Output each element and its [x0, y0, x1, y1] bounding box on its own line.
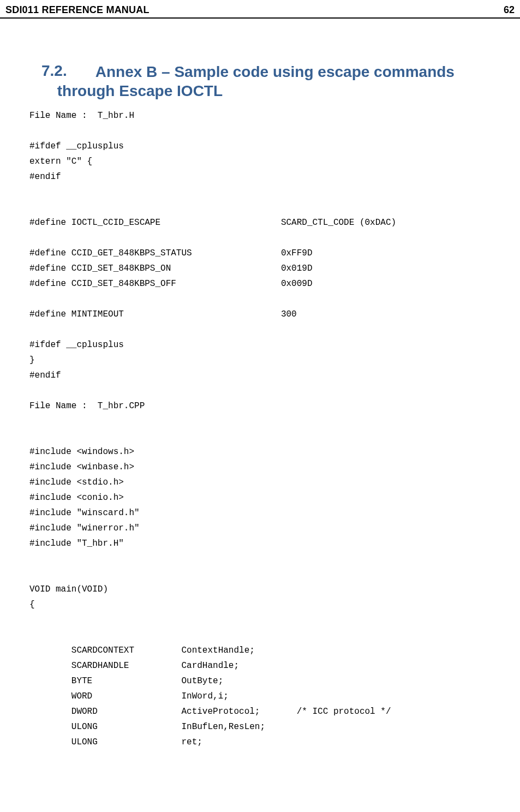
code-line: WORD InWord,i; [29, 691, 229, 701]
page-content: 7.2. Annex B – Sample code using escape … [0, 19, 520, 750]
page-number: 62 [504, 4, 515, 16]
header-title: SDI011 REFERENCE MANUAL [5, 4, 150, 16]
code-block: File Name : T_hbr.H #ifdef __cplusplus e… [29, 108, 491, 750]
code-line: #endif [29, 371, 61, 380]
page-header: SDI011 REFERENCE MANUAL 62 [0, 0, 520, 19]
code-line: #include <conio.h> [29, 493, 124, 503]
code-line: SCARDCONTEXT ContextHandle; [29, 646, 255, 655]
code-line: #include <winbase.h> [29, 462, 134, 472]
code-line: #ifdef __cplusplus [29, 141, 124, 151]
code-line: #define CCID_SET_848KBPS_OFF 0x009D [29, 279, 312, 289]
code-line: #define CCID_SET_848KBPS_ON 0x019D [29, 264, 312, 273]
code-line: #include "T_hbr.H" [29, 539, 124, 548]
code-line: #ifdef __cplusplus [29, 340, 124, 350]
code-line: #define MINTIMEOUT 300 [29, 309, 297, 319]
code-line: BYTE OutByte; [29, 676, 223, 686]
code-line: #include <windows.h> [29, 447, 134, 457]
code-line: #include "winerror.h" [29, 523, 140, 533]
code-line: #define CCID_GET_848KBPS_STATUS 0xFF9D [29, 248, 312, 258]
section-heading: 7.2. Annex B – Sample code using escape … [29, 62, 491, 100]
code-line: ULONG InBufLen,ResLen; [29, 722, 265, 732]
code-line: SCARDHANDLE CardHandle; [29, 661, 239, 671]
code-line: File Name : T_hbr.H [29, 111, 134, 121]
section-title-line1: Annex B – Sample code using escape comma… [95, 63, 455, 80]
code-line: #include "winscard.h" [29, 508, 140, 518]
section-title-line2: through Escape IOCTL [57, 81, 455, 100]
code-line: } [29, 355, 35, 365]
code-line: File Name : T_hbr.CPP [29, 401, 145, 411]
code-line: #define IOCTL_CCID_ESCAPE SCARD_CTL_CODE… [29, 218, 396, 228]
code-line: #include <stdio.h> [29, 477, 124, 487]
code-line: #endif [29, 172, 61, 182]
code-line: ULONG ret; [29, 737, 202, 747]
code-line: { [29, 600, 35, 610]
section-number: 7.2. [41, 62, 67, 80]
section-title: Annex B – Sample code using escape comma… [95, 62, 455, 100]
code-line: DWORD ActiveProtocol; /* ICC protocol */ [29, 707, 391, 717]
code-line: VOID main(VOID) [29, 584, 108, 594]
code-line: extern "C" { [29, 157, 92, 166]
